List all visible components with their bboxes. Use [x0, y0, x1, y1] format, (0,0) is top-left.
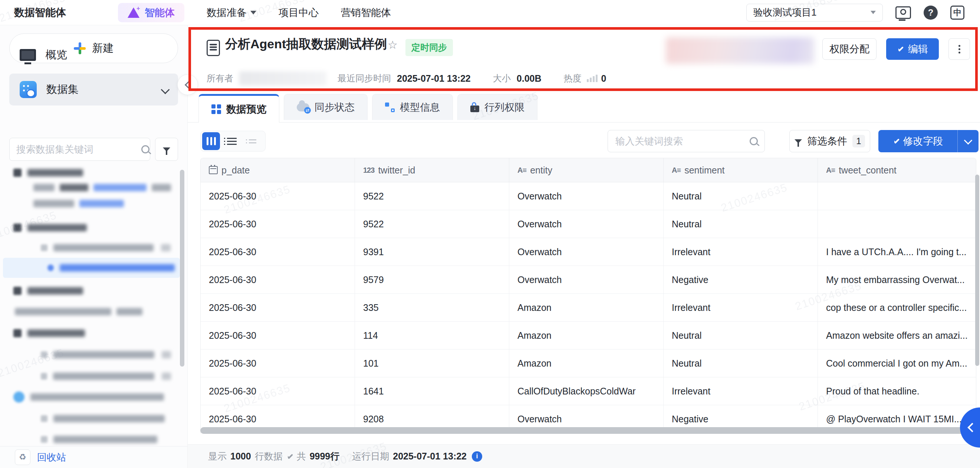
horizontal-scrollbar[interactable]: [200, 427, 968, 434]
owner-redacted: [239, 71, 326, 85]
page-title: 分析Agent抽取数据测试样例: [225, 36, 387, 53]
dataset-filter-button[interactable]: [155, 138, 178, 161]
language-icon[interactable]: 中: [950, 6, 964, 20]
chevron-down-icon: [161, 85, 170, 94]
tree-item-redacted[interactable]: [41, 371, 176, 382]
redacted-banner: [666, 37, 814, 64]
table-row[interactable]: 2025-06-301641CallOfDutyBlackopsColdWarI…: [200, 377, 976, 405]
table-cell: I have a UTCh.A.A.... I'm going t...: [818, 238, 976, 265]
filter-conditions-button[interactable]: 筛选条件 1: [789, 130, 870, 152]
nav-item-agent[interactable]: 智能体: [118, 3, 185, 22]
tree-item-redacted[interactable]: [41, 413, 176, 424]
recycle-bin-link[interactable]: 回收站: [37, 451, 66, 464]
table-body: 2025-06-309522OverwatchNeutral2025-06-30…: [200, 182, 976, 433]
heat-label: 热度: [564, 72, 582, 84]
dataset-search-input[interactable]: [16, 144, 141, 156]
modify-fields-main[interactable]: 修改字段: [878, 130, 958, 152]
tree-item-redacted[interactable]: [41, 434, 176, 445]
column-header-entity[interactable]: A≡ entity: [509, 158, 663, 182]
modify-fields-button[interactable]: 修改字段: [878, 130, 978, 152]
table-row[interactable]: 2025-06-309522OverwatchNeutral: [200, 210, 976, 238]
size-value: 0.00B: [517, 73, 542, 84]
tree-item-redacted[interactable]: [33, 198, 176, 209]
tree-group-redacted[interactable]: [13, 167, 176, 178]
vertical-scrollbar[interactable]: [975, 174, 979, 366]
table-cell: 9522: [355, 210, 509, 238]
run-date-value: 2025-07-01 13:22: [393, 451, 467, 462]
table-cell: 335: [355, 294, 509, 321]
table-cell: Amazon: [509, 294, 663, 321]
table-cell: Irrelevant: [663, 294, 818, 321]
sidebar-collapse-button[interactable]: [177, 74, 198, 95]
edit-button[interactable]: 编辑: [886, 38, 939, 60]
column-header-sentiment[interactable]: A≡ sentiment: [663, 158, 818, 182]
nav-item-data-prep[interactable]: 数据准备: [207, 6, 256, 19]
sidebar-bottom: ♻ 回收站: [0, 446, 187, 468]
chevron-left-icon: [185, 81, 192, 88]
table-cell: 2025-06-30: [200, 182, 355, 210]
star-icon[interactable]: ☆: [388, 38, 398, 51]
tree-group-redacted[interactable]: [13, 222, 176, 233]
keyword-search-input[interactable]: [615, 135, 750, 147]
tree-item-redacted[interactable]: [41, 349, 176, 360]
dataset-icon: [20, 81, 37, 98]
column-header-p-date[interactable]: p_date: [200, 158, 355, 182]
help-icon[interactable]: ?: [924, 6, 938, 20]
search-icon: [141, 145, 150, 153]
table-cell: Proud of that headline.: [818, 377, 976, 405]
grid-icon: [212, 104, 221, 114]
table-cell: Neutral: [663, 182, 818, 210]
view-detail-button[interactable]: [244, 132, 261, 150]
table-row[interactable]: 2025-06-30101AmazonNeutralCool commercia…: [200, 350, 976, 377]
table-cell: Negative: [663, 266, 818, 294]
more-actions-button[interactable]: [948, 38, 970, 60]
size-label: 大小: [493, 72, 511, 84]
tab-sync-status[interactable]: 同步状态: [284, 94, 368, 120]
tree-group-redacted[interactable]: [13, 327, 176, 339]
table-row[interactable]: 2025-06-309579OverwatchNegativeMy most e…: [200, 266, 976, 294]
nav-item-marketing[interactable]: 营销智能体: [341, 6, 391, 19]
list-icon: [227, 138, 237, 145]
console-icon[interactable]: [896, 6, 911, 19]
rows-label: 行数据: [255, 450, 283, 462]
project-selector[interactable]: 验收测试项目1: [746, 4, 883, 22]
filter-icon: [163, 147, 170, 152]
view-list-button[interactable]: [223, 132, 241, 150]
tab-model-info[interactable]: 模型信息: [372, 94, 453, 120]
sidebar-scrollbar[interactable]: [180, 170, 185, 367]
column-header-twitter-id[interactable]: 123 twitter_id: [355, 158, 509, 182]
column-label: sentiment: [684, 165, 724, 176]
tree-item-redacted[interactable]: [33, 182, 176, 193]
pencil-icon[interactable]: [286, 453, 293, 460]
view-columns-button[interactable]: [202, 132, 220, 150]
tree-item-selected[interactable]: [3, 258, 180, 278]
table-row[interactable]: 2025-06-309522OverwatchNeutral: [200, 182, 976, 210]
sidebar-item-dataset[interactable]: 数据集: [9, 73, 178, 105]
tree-item-redacted[interactable]: [41, 242, 176, 253]
tree-group-redacted[interactable]: [13, 285, 176, 296]
permission-button[interactable]: 权限分配: [822, 38, 877, 60]
sidebar-item-overview[interactable]: 概览: [9, 43, 178, 67]
detail-icon: [249, 139, 256, 144]
info-icon[interactable]: i: [472, 451, 482, 462]
caret-down-icon: [870, 11, 876, 14]
table-cell: [818, 210, 976, 238]
tab-label: 数据预览: [226, 102, 266, 116]
view-switcher: [200, 131, 266, 152]
keyword-search[interactable]: [608, 130, 765, 152]
text-type-icon: A≡: [672, 166, 681, 174]
tree-item-redacted[interactable]: [13, 391, 176, 403]
table-row[interactable]: 2025-06-309391OverwatchIrrelevantI have …: [200, 238, 976, 266]
text-type-icon: A≡: [826, 166, 835, 174]
column-header-tweet-content[interactable]: A≡ tweet_content: [818, 158, 976, 182]
table-row[interactable]: 2025-06-30335AmazonIrrelevantcop these o…: [200, 294, 976, 322]
nav-item-project-center[interactable]: 项目中心: [278, 6, 319, 19]
dataset-search[interactable]: [9, 138, 150, 161]
table-row[interactable]: 2025-06-30114AmazonNeutralAmazon website…: [200, 322, 976, 350]
tab-row-col-permission[interactable]: 行列权限: [457, 94, 538, 120]
sidebar: 新建 概览 数据集: [0, 25, 188, 468]
permission-button-label: 权限分配: [829, 42, 869, 56]
tree-item-redacted[interactable]: [15, 306, 176, 317]
tab-data-preview[interactable]: 数据预览: [199, 94, 279, 123]
modify-fields-dropdown[interactable]: [958, 130, 978, 152]
